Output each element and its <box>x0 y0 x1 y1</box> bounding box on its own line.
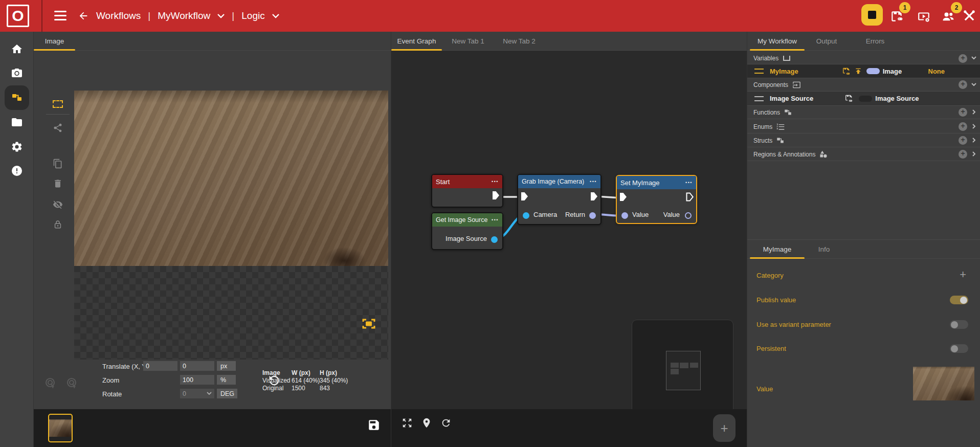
node-menu-icon[interactable]: ••• <box>590 179 597 184</box>
add-category-button[interactable]: + <box>960 270 966 280</box>
sidebar-item-alerts[interactable] <box>5 159 29 183</box>
add-function-button[interactable]: + <box>959 108 967 117</box>
component-row-image-source[interactable]: Image Source Image Source <box>747 92 980 106</box>
variable-value[interactable]: None <box>928 68 945 75</box>
chevron-right-icon[interactable] <box>970 137 978 145</box>
pin-location-icon[interactable] <box>421 417 433 430</box>
section-dropdown[interactable]: Logic <box>241 10 264 21</box>
fit-graph-icon[interactable] <box>402 417 414 430</box>
section-components[interactable]: Components + <box>747 78 980 92</box>
chevron-right-icon[interactable] <box>970 123 978 131</box>
node-set-myimage[interactable]: Set MyImage ••• Value Value <box>616 175 697 224</box>
section-structs[interactable]: Structs + <box>747 134 980 147</box>
sidebar-item-files[interactable] <box>5 110 29 135</box>
rotate-select[interactable]: 0 <box>180 389 214 398</box>
click-zoom-out-icon[interactable] <box>65 376 79 390</box>
node-grab-image[interactable]: Grab Image (Camera) ••• Camera Return <box>517 174 602 225</box>
chevron-down-icon[interactable] <box>272 14 279 18</box>
exec-in-pin[interactable] <box>619 192 627 202</box>
tab-output[interactable]: Output <box>811 32 842 51</box>
exec-out-pin[interactable] <box>686 192 694 202</box>
node-menu-icon[interactable]: ••• <box>492 179 499 184</box>
node-get-header[interactable]: Get Image Source ••• <box>432 213 502 227</box>
add-variable-button[interactable]: + <box>959 54 967 63</box>
workflow-name-dropdown[interactable]: MyWorkflow <box>158 10 210 21</box>
save-image-icon[interactable] <box>367 418 381 432</box>
persistent-toggle[interactable] <box>950 344 968 353</box>
chevron-down-icon[interactable] <box>970 81 978 89</box>
graph-minimap[interactable] <box>632 320 733 420</box>
node-menu-icon[interactable]: ••• <box>492 217 499 222</box>
tab-new-tab-2[interactable]: New Tab 2 <box>498 32 541 51</box>
marquee-select-icon[interactable] <box>51 97 64 110</box>
publish-value-toggle[interactable] <box>950 296 968 304</box>
refresh-icon[interactable] <box>440 417 453 430</box>
fit-image-icon[interactable] <box>362 319 375 329</box>
section-enums[interactable]: Enums + <box>747 120 980 133</box>
tab-event-graph[interactable]: Event Graph <box>391 32 442 51</box>
zoom-input[interactable] <box>180 375 214 385</box>
exec-in-pin[interactable] <box>521 192 528 201</box>
section-functions[interactable]: Functions + <box>747 106 980 119</box>
translate-x-input[interactable] <box>143 361 177 371</box>
exec-out-pin[interactable] <box>492 191 500 200</box>
click-zoom-in-icon[interactable] <box>44 376 57 390</box>
sidebar-item-workflows[interactable] <box>5 85 29 110</box>
publish-icon[interactable] <box>854 67 862 75</box>
lock-icon[interactable] <box>51 218 64 231</box>
add-node-button[interactable]: + <box>713 414 736 442</box>
tab-info[interactable]: Info <box>811 240 837 259</box>
chevron-down-icon[interactable] <box>970 54 978 62</box>
sidebar-item-camera[interactable] <box>5 61 29 85</box>
sidebar-item-settings[interactable] <box>5 135 29 159</box>
sidebar-item-home[interactable] <box>5 37 29 61</box>
section-regions-annotations[interactable]: Regions & Annotations + <box>747 148 980 161</box>
tab-myimage-details[interactable]: MyImage <box>750 240 805 259</box>
variant-parameter-toggle[interactable] <box>950 320 968 329</box>
image-canvas-empty-area[interactable] <box>74 266 388 360</box>
save-link-icon[interactable] <box>845 95 854 102</box>
node-menu-icon[interactable]: ••• <box>685 180 693 185</box>
tab-errors[interactable]: Errors <box>861 32 889 51</box>
add-component-button[interactable]: + <box>959 80 967 89</box>
trash-icon[interactable] <box>51 177 64 190</box>
copy-icon[interactable] <box>51 157 64 170</box>
close-tools-icon[interactable] <box>962 9 976 23</box>
node-graph-canvas[interactable]: Start ••• Get Image Source ••• Image Sou… <box>391 51 747 409</box>
add-struct-button[interactable]: + <box>959 136 967 145</box>
chevron-right-icon[interactable] <box>970 150 978 159</box>
node-start[interactable]: Start ••• <box>431 174 503 208</box>
node-set-header[interactable]: Set MyImage ••• <box>617 176 696 189</box>
run-settings-icon[interactable] <box>917 10 930 23</box>
drag-handle-icon[interactable] <box>754 69 764 74</box>
value-in-pin[interactable] <box>621 212 628 219</box>
add-enum-button[interactable]: + <box>959 122 967 131</box>
image-thumbnail[interactable] <box>48 414 73 442</box>
image-viewer[interactable] <box>74 91 388 266</box>
stop-button[interactable] <box>861 4 883 26</box>
breadcrumb-workflows[interactable]: Workflows <box>96 10 141 21</box>
exec-out-pin[interactable] <box>590 192 598 201</box>
variable-row-myimage[interactable]: MyImage Image None <box>747 64 980 78</box>
menu-icon[interactable] <box>54 11 66 21</box>
chevron-down-icon[interactable] <box>217 14 225 18</box>
app-logo[interactable]: O <box>7 5 29 27</box>
node-grab-header[interactable]: Grab Image (Camera) ••• <box>518 175 600 188</box>
return-out-pin[interactable] <box>589 212 596 219</box>
value-out-pin[interactable] <box>685 212 692 219</box>
add-region-button[interactable]: + <box>959 150 967 159</box>
drag-handle-icon[interactable] <box>754 96 764 101</box>
node-start-header[interactable]: Start ••• <box>432 175 502 188</box>
translate-y-input[interactable] <box>180 361 214 371</box>
value-image-thumbnail[interactable] <box>913 367 974 400</box>
node-get-image-source[interactable]: Get Image Source ••• Image Source <box>431 212 503 250</box>
share-icon[interactable] <box>51 121 64 135</box>
camera-in-pin[interactable] <box>523 212 529 219</box>
tab-new-tab-1[interactable]: New Tab 1 <box>447 32 489 51</box>
eye-off-icon[interactable] <box>51 198 64 211</box>
section-variables[interactable]: Variables + <box>747 53 980 64</box>
back-arrow-icon[interactable] <box>78 10 89 21</box>
tab-my-workflow[interactable]: My Workflow <box>750 32 805 51</box>
chevron-right-icon[interactable] <box>970 108 978 117</box>
tab-image[interactable]: Image <box>34 32 75 51</box>
